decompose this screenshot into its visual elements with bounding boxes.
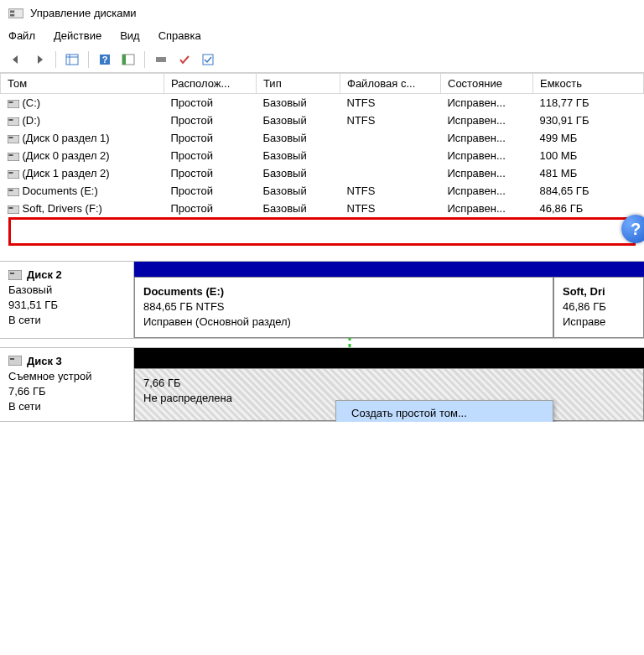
- table-header-row: Том Располож... Тип Файловая с... Состоя…: [1, 74, 644, 94]
- vol-type: Базовый: [257, 147, 340, 164]
- col-status[interactable]: Состояние: [441, 74, 533, 94]
- vol-fs: [340, 129, 441, 147]
- vol-layout: Простой: [164, 112, 257, 129]
- vol-fs: NTFS: [340, 94, 441, 112]
- table-row[interactable]: (Диск 0 раздел 2)ПростойБазовыйИсправен.…: [1, 147, 644, 164]
- svg-rect-2: [10, 13, 14, 16]
- help-icon[interactable]: ?: [96, 50, 114, 69]
- volume-icon: [8, 135, 19, 143]
- volume-icon: [8, 100, 19, 108]
- svg-rect-22: [8, 188, 19, 196]
- svg-rect-14: [8, 117, 19, 126]
- vol-status: Исправен...: [441, 112, 533, 129]
- disk-2-bar: [134, 262, 644, 277]
- separator: [55, 51, 56, 68]
- vol-fs: NTFS: [340, 182, 441, 200]
- svg-rect-3: [66, 55, 78, 65]
- partition-documents-e[interactable]: Documents (E:) 884,65 ГБ NTFS Исправен (…: [134, 277, 553, 338]
- disk-2-info: Базовый 931,51 ГБ В сети: [8, 283, 125, 329]
- vol-layout: Простой: [164, 94, 257, 112]
- menu-view[interactable]: Вид: [120, 29, 140, 42]
- table-row[interactable]: (D:)ПростойБазовыйNTFSИсправен...930,91 …: [1, 112, 644, 129]
- svg-rect-21: [8, 172, 13, 174]
- partition-soft-drivers[interactable]: Soft, Dri 46,86 ГБ Исправе: [553, 277, 644, 338]
- vol-name: Soft, Drivers (F:): [23, 202, 102, 215]
- table-row[interactable]: (C:)ПростойБазовыйNTFSИсправен...118,77 …: [1, 94, 644, 112]
- svg-rect-15: [8, 119, 13, 121]
- vol-status: Исправен...: [441, 147, 533, 164]
- svg-rect-24: [8, 205, 19, 214]
- disk-2-row: Диск 2 Базовый 931,51 ГБ В сети Document…: [0, 261, 644, 339]
- titlebar: Управление дисками: [0, 0, 644, 26]
- vol-layout: Простой: [164, 200, 257, 217]
- vol-capacity: 100 МБ: [533, 147, 644, 164]
- disk-3-row: Диск 3 Съемное устрой 7,66 ГБ В сети 7,6…: [0, 347, 644, 423]
- vol-fs: [340, 147, 441, 164]
- disk-icon: [8, 270, 22, 280]
- refresh-icon[interactable]: [119, 50, 138, 69]
- table-row[interactable]: (Диск 1 раздел 2)ПростойБазовыйИсправен.…: [1, 164, 644, 182]
- svg-rect-18: [8, 153, 19, 161]
- menubar: Файл Действие Вид Справка: [0, 26, 644, 47]
- table-row[interactable]: (Диск 0 раздел 1)ПростойБазовыйИсправен.…: [1, 129, 644, 147]
- menu-item-create-simple-volume[interactable]: Создать простой том...: [336, 401, 553, 423]
- partition-title: Documents (E:): [143, 284, 544, 299]
- col-volume[interactable]: Том: [1, 74, 164, 94]
- col-fs[interactable]: Файловая с...: [340, 74, 441, 94]
- svg-rect-11: [203, 55, 213, 65]
- vol-name: (Диск 0 раздел 1): [23, 132, 110, 144]
- menu-action[interactable]: Действие: [54, 29, 101, 42]
- partition-size: 46,86 ГБ: [563, 299, 635, 315]
- toolbar: ?: [0, 47, 644, 73]
- svg-rect-13: [8, 101, 13, 103]
- svg-rect-27: [8, 270, 22, 280]
- volume-icon: [8, 117, 19, 126]
- volume-table: Том Располож... Тип Файловая с... Состоя…: [0, 73, 644, 217]
- check-icon[interactable]: [175, 50, 194, 69]
- svg-rect-20: [8, 170, 19, 179]
- col-type[interactable]: Тип: [257, 74, 340, 94]
- svg-rect-29: [8, 356, 22, 366]
- volume-icon: [8, 188, 19, 196]
- col-layout[interactable]: Располож...: [164, 74, 257, 94]
- disk-name-text: Диск 3: [27, 355, 62, 367]
- context-menu: Создать простой том... Создать составной…: [335, 400, 553, 423]
- forward-button[interactable]: [30, 50, 49, 69]
- window-title: Управление дисками: [30, 7, 137, 19]
- vol-name: Documents (E:): [23, 185, 98, 197]
- vol-capacity: 930,91 ГБ: [533, 112, 644, 129]
- menu-file[interactable]: Файл: [8, 29, 35, 42]
- disk-3-label[interactable]: Диск 3 Съемное устрой 7,66 ГБ В сети: [0, 348, 134, 422]
- disk-2-label[interactable]: Диск 2 Базовый 931,51 ГБ В сети: [0, 262, 134, 338]
- show-hide-icon[interactable]: [63, 50, 81, 69]
- separator: [88, 51, 89, 68]
- vol-name: (C:): [23, 96, 41, 109]
- svg-rect-23: [8, 190, 13, 191]
- table-row[interactable]: Documents (E:)ПростойБазовыйNTFSИсправен…: [1, 182, 644, 200]
- disk-graphical-area: Диск 2 Базовый 931,51 ГБ В сети Document…: [0, 261, 644, 422]
- vol-status: Исправен...: [441, 164, 533, 182]
- disk-icon: [8, 356, 22, 366]
- vol-type: Базовый: [257, 94, 340, 112]
- col-capacity[interactable]: Емкость: [533, 74, 644, 94]
- partition-title: Soft, Dri: [563, 284, 635, 299]
- vol-layout: Простой: [164, 164, 257, 182]
- list-view-icon[interactable]: [152, 50, 170, 69]
- svg-rect-1: [10, 10, 14, 13]
- table-row[interactable]: Soft, Drivers (F:)ПростойБазовыйNTFSИспр…: [1, 200, 644, 217]
- vol-fs: [340, 164, 441, 182]
- vol-status: Исправен...: [441, 182, 533, 200]
- svg-rect-0: [8, 8, 23, 18]
- menu-help[interactable]: Справка: [158, 29, 201, 42]
- back-button[interactable]: [7, 50, 25, 69]
- disk-2-volumes: Documents (E:) 884,65 ГБ NTFS Исправен (…: [134, 262, 644, 338]
- vol-name: (Диск 0 раздел 2): [23, 149, 110, 162]
- svg-rect-10: [156, 57, 166, 62]
- svg-text:?: ?: [102, 55, 108, 65]
- separator: [144, 51, 145, 68]
- svg-rect-16: [8, 135, 19, 143]
- vol-capacity: 46,86 ГБ: [533, 200, 644, 217]
- properties-icon[interactable]: [199, 50, 217, 69]
- svg-rect-30: [10, 358, 14, 360]
- partition-status: Исправен (Основной раздел): [143, 315, 544, 330]
